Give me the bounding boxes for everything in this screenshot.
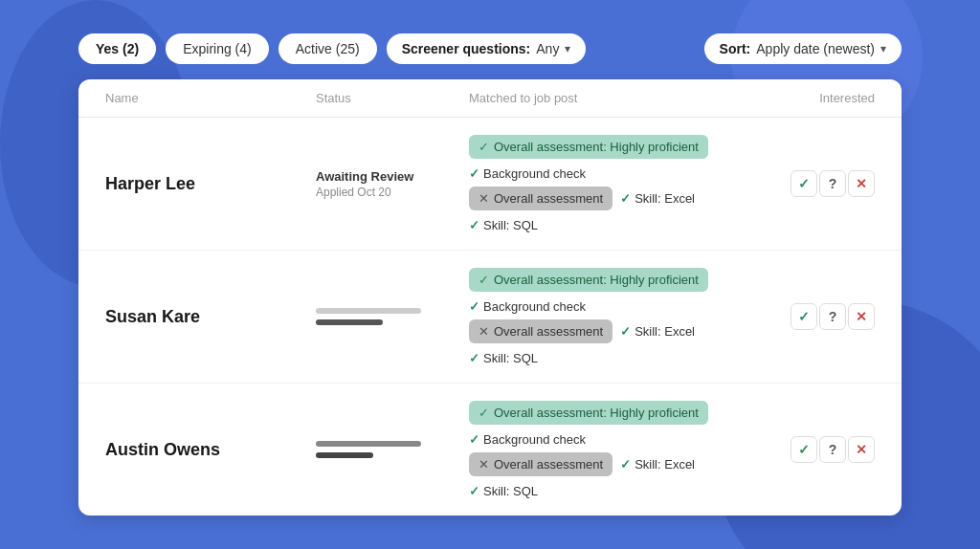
interested-maybe-button[interactable]: ? [819, 436, 846, 463]
background-check-tag: ✓ Background check [469, 432, 586, 447]
background-check-tag: ✓ Background check [469, 299, 586, 314]
sort-dropdown[interactable]: Sort: Apply date (newest) ▾ [704, 33, 902, 64]
check-icon: ✓ [469, 299, 479, 314]
overall-assessment-tag: ✓ Overall assessment: Highly proficient [469, 268, 708, 292]
col-interested: Interested [760, 91, 875, 105]
screener-chevron-icon: ▾ [565, 42, 570, 55]
col-name: Name [105, 91, 316, 105]
interested-no-button[interactable]: ✕ [848, 436, 875, 463]
status-bar-secondary [316, 452, 373, 458]
skill-sql-tag: ✓ Skill: SQL [469, 484, 538, 498]
yes-filter-button[interactable]: Yes (2) [78, 33, 156, 64]
check-icon: ✓ [620, 191, 631, 206]
sort-label: Sort: [720, 41, 751, 56]
overall-assessment-fail-tag: ✕ Overall assessment [469, 319, 612, 343]
interested-yes-button[interactable]: ✓ [791, 436, 817, 463]
check-icon: ✓ [469, 432, 479, 447]
tags-row-2: ✕ Overall assessment ✓ Skill: Excel ✓ Sk… [469, 452, 760, 498]
interested-no-button[interactable]: ✕ [848, 170, 875, 197]
candidates-table: Name Status Matched to job post Interest… [78, 79, 902, 516]
filter-bar: Yes (2) Expiring (4) Active (25) Screene… [78, 33, 902, 64]
tags-row-1: ✓ Overall assessment: Highly proficient … [469, 401, 760, 447]
candidate-name: Harper Lee [105, 174, 316, 194]
skill-sql-tag: ✓ Skill: SQL [469, 218, 538, 232]
check-icon: ✓ [620, 324, 631, 339]
table-row: Susan Kare ✓ Overall assessment: Highly … [78, 251, 902, 384]
skill-excel-tag: ✓ Skill: Excel [620, 324, 695, 339]
overall-assessment-tag: ✓ Overall assessment: Highly proficient [469, 401, 708, 425]
background-check-tag: ✓ Background check [469, 166, 586, 181]
interested-yes-button[interactable]: ✓ [791, 170, 817, 197]
skill-sql-tag: ✓ Skill: SQL [469, 351, 538, 365]
screener-value: Any [536, 41, 559, 56]
status-bar [316, 308, 421, 314]
interested-maybe-button[interactable]: ? [819, 303, 846, 330]
candidate-actions: ✓ ? ✕ [760, 170, 875, 197]
check-icon: ✓ [469, 166, 479, 181]
status-bar-secondary [316, 319, 383, 325]
check-icon: ✓ [469, 351, 479, 365]
candidate-actions: ✓ ? ✕ [760, 303, 875, 330]
overall-assessment-fail-tag: ✕ Overall assessment [469, 452, 612, 476]
check-icon: ✓ [469, 218, 479, 232]
skill-excel-tag: ✓ Skill: Excel [620, 457, 695, 472]
tags-row-2: ✕ Overall assessment ✓ Skill: Excel ✓ Sk… [469, 187, 760, 232]
candidate-tags: ✓ Overall assessment: Highly proficient … [469, 401, 760, 498]
status-date: Applied Oct 20 [316, 186, 469, 199]
overall-assessment-tag: ✓ Overall assessment: Highly proficient [469, 135, 708, 159]
x-icon: ✕ [479, 191, 489, 206]
tags-row-2: ✕ Overall assessment ✓ Skill: Excel ✓ Sk… [469, 319, 760, 365]
candidate-status: Awaiting Review Applied Oct 20 [316, 169, 469, 199]
check-icon: ✓ [479, 406, 489, 420]
tags-row-1: ✓ Overall assessment: Highly proficient … [469, 135, 760, 181]
overall-assessment-fail-tag: ✕ Overall assessment [469, 187, 612, 210]
candidate-status [316, 308, 469, 325]
x-icon: ✕ [479, 457, 489, 472]
check-icon: ✓ [479, 140, 489, 154]
candidate-tags: ✓ Overall assessment: Highly proficient … [469, 268, 760, 365]
check-icon: ✓ [469, 484, 479, 498]
table-header: Name Status Matched to job post Interest… [78, 79, 902, 118]
candidate-name: Susan Kare [105, 307, 316, 327]
sort-chevron-icon: ▾ [880, 42, 886, 55]
col-status: Status [316, 91, 469, 105]
interested-maybe-button[interactable]: ? [819, 170, 846, 197]
candidate-actions: ✓ ? ✕ [760, 436, 875, 463]
interested-yes-button[interactable]: ✓ [791, 303, 817, 330]
main-container: Yes (2) Expiring (4) Active (25) Screene… [78, 33, 902, 516]
active-filter-button[interactable]: Active (25) [278, 33, 377, 64]
status-label: Awaiting Review [316, 169, 469, 184]
screener-questions-dropdown[interactable]: Screener questions: Any ▾ [387, 33, 587, 64]
col-matched: Matched to job post [469, 91, 760, 105]
check-icon: ✓ [620, 457, 631, 472]
candidate-tags: ✓ Overall assessment: Highly proficient … [469, 135, 760, 232]
expiring-filter-button[interactable]: Expiring (4) [166, 33, 269, 64]
x-icon: ✕ [479, 324, 489, 339]
sort-value: Apply date (newest) [756, 41, 875, 56]
status-bar [316, 441, 421, 447]
tags-row-1: ✓ Overall assessment: Highly proficient … [469, 268, 760, 314]
candidate-name: Austin Owens [105, 440, 316, 460]
table-row: Harper Lee Awaiting Review Applied Oct 2… [78, 118, 902, 251]
candidate-status [316, 441, 469, 458]
table-row: Austin Owens ✓ Overall assessment: Highl… [78, 384, 902, 516]
check-icon: ✓ [479, 273, 489, 287]
screener-label: Screener questions: [402, 41, 531, 56]
interested-no-button[interactable]: ✕ [848, 303, 875, 330]
skill-excel-tag: ✓ Skill: Excel [620, 191, 695, 206]
